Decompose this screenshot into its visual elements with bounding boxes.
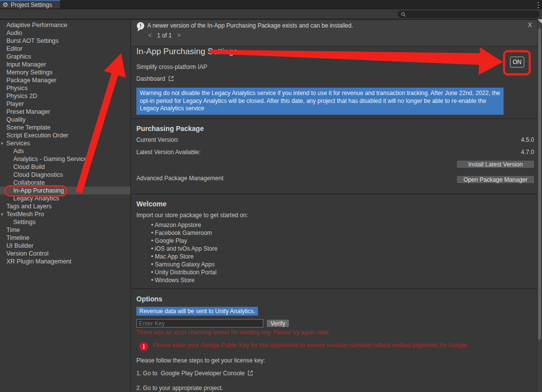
step-2: 2. Go to your appropriate project.: [136, 385, 223, 392]
sidebar-item-input-manager[interactable]: Input Manager: [0, 61, 130, 68]
purchasing-package-header: Purchasing Package: [136, 125, 204, 132]
sidebar-item-label: Script Execution Order: [6, 132, 68, 139]
sidebar-item-preset-manager[interactable]: Preset Manager: [0, 108, 130, 116]
alert-bubble-icon: !: [137, 22, 144, 30]
pager-prev-button[interactable]: <: [148, 32, 152, 39]
sidebar-item-label: Services: [6, 140, 30, 147]
sidebar-item-script-execution-order[interactable]: Script Execution Order: [0, 131, 130, 139]
page-title: In-App Purchasing Settings: [136, 47, 238, 57]
sidebar-item-quality[interactable]: Quality: [0, 116, 130, 124]
sidebar-item-memory-settings[interactable]: Memory Settings: [0, 68, 130, 76]
latest-version-value: 4.7.0: [521, 149, 534, 156]
sidebar-item-tags-and-layers[interactable]: Tags and Layers: [0, 202, 130, 210]
revenue-notice-chip: Revenue data will be sent to Unity Analy…: [136, 307, 258, 316]
sidebar-item-settings[interactable]: Settings: [0, 218, 130, 226]
sidebar-item-version-control[interactable]: Version Control: [0, 250, 130, 258]
sidebar-item-label: Version Control: [6, 250, 48, 257]
sidebar-item-label: Player: [6, 100, 24, 107]
sidebar-item-burst-aot-settings[interactable]: Burst AOT Settings: [0, 37, 130, 45]
sidebar-item-label: Input Manager: [6, 61, 46, 68]
project-settings-window: ⚙ Project Settings ⋮ Adaptive Performanc…: [0, 0, 542, 392]
sidebar-item-cloud-build[interactable]: Cloud Build: [0, 163, 130, 171]
sidebar-item-label: Analytics - Gaming Services: [13, 156, 90, 163]
sidebar-item-textmesh-pro[interactable]: ▾TextMesh Pro: [0, 210, 130, 218]
sidebar-item-adaptive-performance[interactable]: Adaptive Performance: [0, 21, 130, 29]
notification-message: A newer version of the In-App Purchasing…: [147, 22, 353, 29]
sidebar-item-ads[interactable]: Ads: [0, 147, 130, 155]
sidebar-item-label: TextMesh Pro: [6, 211, 44, 218]
foldout-triangle-icon[interactable]: ▾: [1, 139, 3, 147]
sidebar-item-label: Quality: [6, 116, 26, 123]
sidebar-item-label: Adaptive Performance: [6, 22, 67, 29]
sidebar-item-audio[interactable]: Audio: [0, 29, 130, 37]
sidebar-item-collaborate[interactable]: Collaborate: [0, 179, 130, 187]
sidebar-item-label: UI Builder: [6, 242, 33, 249]
steps-intro: Please follow these steps to get your li…: [136, 357, 265, 364]
sidebar-item-analytics-gaming-services[interactable]: Analytics - Gaming Services: [0, 155, 130, 163]
verify-button[interactable]: Verify: [266, 319, 289, 327]
sidebar-item-label: Memory Settings: [6, 69, 53, 76]
legacy-analytics-warning: Warning do not disable the Legacy Analyt…: [136, 88, 504, 115]
kebab-menu-icon[interactable]: ⋮: [535, 0, 542, 9]
store-list-item: Unity Distribution Portal: [151, 268, 218, 276]
title-bar: ⚙ Project Settings ⋮: [0, 0, 542, 9]
scroll-corner-triangle: [538, 19, 542, 24]
sidebar-item-graphics[interactable]: Graphics: [0, 53, 130, 61]
sidebar-item-services[interactable]: ▾Services: [0, 139, 130, 147]
sidebar-item-physics[interactable]: Physics: [0, 84, 130, 92]
latest-version-label: Latest Version Available:: [136, 149, 201, 156]
sidebar-item-legacy-analytics[interactable]: Legacy Analytics: [0, 195, 130, 202]
sidebar-item-label: Time: [6, 227, 20, 233]
section-divider: [131, 118, 537, 119]
current-version-value: 4.5.0: [521, 136, 534, 143]
sidebar-item-ui-builder[interactable]: UI Builder: [0, 242, 130, 250]
sidebar-item-scene-template[interactable]: Scene Template: [0, 124, 130, 131]
sidebar-item-label: Cloud Diagnostics: [13, 171, 63, 178]
sidebar-item-package-manager[interactable]: Package Manager: [0, 76, 130, 84]
install-latest-version-button[interactable]: Install Latest Version: [456, 160, 535, 168]
foldout-triangle-icon[interactable]: ▾: [1, 210, 3, 218]
options-header: Options: [136, 295, 162, 303]
step-1: 1. Go to Google Play Developer Console: [136, 370, 254, 378]
iap-toggle-on-button[interactable]: ON: [510, 57, 524, 67]
sidebar-item-label: Graphics: [6, 53, 31, 60]
sidebar-item-xr-plugin-management[interactable]: XR Plugin Management: [0, 258, 130, 265]
scrollbar-thumb[interactable]: [538, 29, 541, 340]
sidebar-item-player[interactable]: Player: [0, 100, 130, 108]
open-package-manager-button[interactable]: Open Package Manager: [456, 175, 535, 184]
store-list-item: Windows Store: [151, 276, 218, 284]
notification-pager: < 1 of 1 >: [148, 32, 181, 39]
welcome-header: Welcome: [136, 200, 166, 208]
notification-bar: ! A newer version of the In-App Purchasi…: [131, 20, 537, 46]
sidebar-item-label: Timeline: [6, 234, 30, 241]
sidebar-item-label: Scene Template: [6, 124, 50, 131]
current-version-label: Current Version:: [136, 136, 179, 143]
search-input[interactable]: [398, 11, 540, 18]
sidebar-item-label: Burst AOT Settings: [6, 37, 59, 44]
sidebar-item-time[interactable]: Time: [0, 226, 130, 234]
google-play-console-link[interactable]: Google Play Developer Console: [160, 370, 245, 377]
tab-project-settings[interactable]: ⚙ Project Settings: [0, 0, 60, 8]
section-divider: [131, 194, 537, 195]
sidebar-item-physics-2d[interactable]: Physics 2D: [0, 92, 130, 100]
sidebar-item-cloud-diagnostics[interactable]: Cloud Diagnostics: [0, 171, 130, 179]
sidebar-item-timeline[interactable]: Timeline: [0, 234, 130, 242]
error-info-icon: i: [139, 342, 148, 351]
notification-close-button[interactable]: X: [528, 21, 532, 29]
dashboard-link[interactable]: Dashboard: [136, 75, 174, 83]
sidebar-item-label: Settings: [13, 219, 35, 226]
sidebar-item-editor[interactable]: Editor: [0, 45, 130, 53]
store-list-item: Amazon Appstore: [151, 221, 218, 229]
sidebar: Adaptive PerformanceAudioBurst AOT Setti…: [0, 20, 131, 392]
sidebar-item-in-app-purchasing[interactable]: In-App Purchasing: [0, 187, 130, 195]
sidebar-item-label: Physics: [6, 85, 28, 92]
sidebar-item-label: Legacy Analytics: [13, 195, 59, 202]
window-title: Project Settings: [11, 1, 52, 8]
section-divider: [131, 288, 537, 289]
pager-next-button[interactable]: >: [177, 32, 181, 39]
sidebar-item-label: Preset Manager: [6, 108, 50, 115]
welcome-intro: Import our store package to get started …: [136, 212, 248, 219]
sidebar-item-label: Editor: [6, 45, 23, 52]
sidebar-item-label: Collaborate: [13, 179, 45, 186]
enter-key-input[interactable]: [136, 319, 263, 327]
